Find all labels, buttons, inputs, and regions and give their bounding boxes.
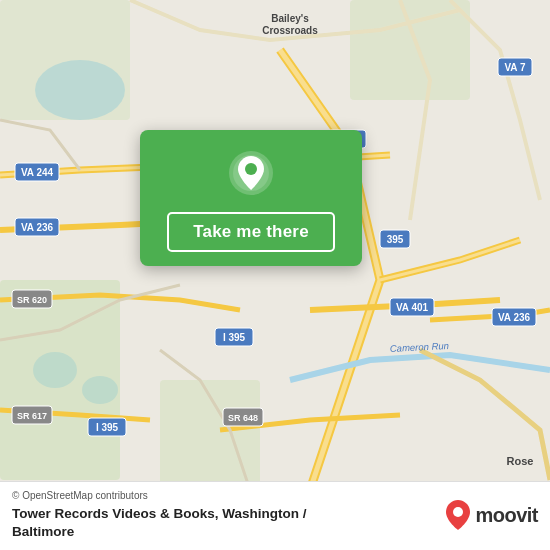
svg-text:Bailey's: Bailey's (271, 13, 309, 24)
map-svg: Bailey's Crossroads VA 7 VA 244 VA 244 V… (0, 0, 550, 550)
location-name-block: Tower Records Videos & Books, Washington… (12, 504, 307, 540)
svg-rect-5 (0, 0, 130, 120)
take-me-there-button[interactable]: Take me there (167, 212, 335, 252)
moovit-text: moovit (475, 504, 538, 527)
svg-rect-4 (350, 0, 470, 100)
location-pin-icon (226, 148, 276, 198)
map-container: Bailey's Crossroads VA 7 VA 244 VA 244 V… (0, 0, 550, 550)
location-name: Tower Records Videos & Books, Washington… (12, 506, 307, 521)
svg-text:Rose: Rose (507, 455, 534, 467)
location-name-2: Baltimore (12, 524, 74, 539)
svg-point-41 (245, 163, 257, 175)
bottom-bar: © OpenStreetMap contributors Tower Recor… (0, 481, 550, 550)
location-card: Take me there (140, 130, 362, 266)
svg-text:Crossroads: Crossroads (262, 25, 318, 36)
svg-text:SR 648: SR 648 (228, 413, 258, 423)
svg-text:VA 7: VA 7 (504, 62, 526, 73)
svg-text:SR 617: SR 617 (17, 411, 47, 421)
svg-point-42 (453, 507, 463, 517)
svg-text:VA 236: VA 236 (21, 222, 54, 233)
moovit-pin-icon (445, 499, 471, 531)
svg-text:VA 236: VA 236 (498, 312, 531, 323)
svg-text:VA 401: VA 401 (396, 302, 429, 313)
svg-text:395: 395 (387, 234, 404, 245)
svg-text:I 395: I 395 (223, 332, 246, 343)
svg-text:VA 244: VA 244 (21, 167, 54, 178)
svg-text:I 395: I 395 (96, 422, 119, 433)
svg-text:SR 620: SR 620 (17, 295, 47, 305)
bottom-left-info: © OpenStreetMap contributors Tower Recor… (12, 490, 307, 540)
svg-text:Cameron Run: Cameron Run (390, 340, 450, 354)
moovit-logo: moovit (445, 499, 538, 531)
osm-attribution: © OpenStreetMap contributors (12, 490, 307, 501)
